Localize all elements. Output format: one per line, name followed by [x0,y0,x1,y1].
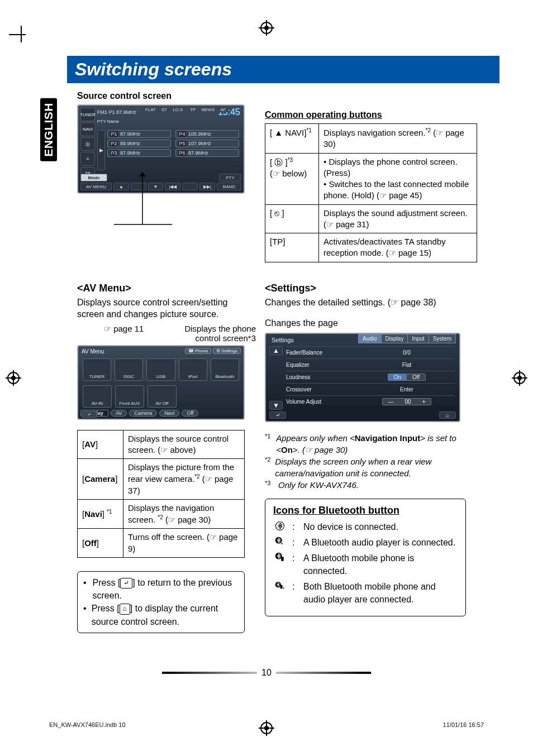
av-key: [Navi] *1 [78,499,123,529]
settings-title: Settings [272,337,294,343]
band-button[interactable]: BAND [217,183,241,190]
preset-button[interactable]: P687.9MHz [175,149,239,157]
footnotes: *1Appears only when <Navigation Input> i… [265,432,477,491]
svg-point-5 [517,376,522,380]
chip: NEWS [199,107,217,112]
source-button[interactable]: AV Off [147,385,177,408]
av-val: Displays the navigation screen. *2 (☞ pa… [123,499,245,529]
chip: FLAT [143,107,158,112]
sb-bt[interactable]: ⓑ [80,137,95,151]
tip: Press [⤶] to return to the previous scre… [93,576,239,602]
avmenu-title: AV Menu [82,348,104,355]
settings-tab[interactable]: Audio [358,334,382,343]
footnote: *3Only for KW-AVX746. [265,479,477,491]
source-button[interactable]: TUNER [83,358,111,381]
source-button[interactable]: DISC [115,358,143,381]
settings-tab[interactable]: Input [408,334,429,343]
page-up-button[interactable]: ▲ [269,346,283,355]
footnote: *1Appears only when <Navigation Input> i… [265,432,477,456]
settings-row[interactable]: EqualizerFlat [286,358,455,371]
sb-tuner[interactable]: TUNER [80,108,95,121]
bt-icon-row: :Both Bluetooth mobile phone and audio p… [273,581,458,606]
svg-point-1 [264,26,269,30]
op-key: [TP] [265,233,319,262]
pty-name: PTY Name [97,119,119,124]
source-button[interactable]: USB [146,358,175,381]
display-option[interactable]: Camera [129,410,157,417]
avmenu-note-right: Displays the phone control screen*3 [172,324,256,343]
back-button[interactable]: ⤶ [269,412,286,419]
preset-button[interactable]: P289.9MHz [107,140,171,147]
bt-icon-row: :A Bluetooth audio player is connected. [273,537,458,549]
bluetooth-icon [273,537,287,549]
back-button[interactable]: ⤶ [82,411,97,418]
settings-row[interactable]: Fader/Balance0/0 [286,346,455,358]
bt-icon-row: :No device is connected. [273,521,458,533]
settings-screenshot: Settings AudioDisplayInputSystem ▲ ▼ Fad… [265,333,460,422]
av-val: Displays the source control screen. (☞ a… [123,430,245,459]
source-button[interactable]: Bluetooth [211,358,239,381]
chip: ST [159,107,169,112]
bluetooth-icon [273,521,287,533]
display-option[interactable]: Navi [159,410,179,417]
settings-button[interactable]: ⚙Settings [213,348,241,354]
av-val: Turns off the screen. (☞ page 9) [123,529,245,558]
avmenu-screenshot: AV Menu ☎Phone ⚙Settings TUNERDISCUSBiPo… [77,345,245,420]
svg-point-3 [11,376,16,380]
preset-button[interactable]: P5107.9MHz [175,140,239,147]
avmenu-table: [AV] Displays the source control screen.… [77,430,245,558]
tips-box: •Press [⤶] to return to the previous scr… [77,571,245,633]
bt-icon-row: :A Bluetooth mobile phone is connected. [273,552,458,577]
settings-heading: <Settings> [265,283,477,294]
preset-button[interactable]: P187.9MHz [107,130,171,138]
op-val: • Displays the phone control screen. (Pr… [319,153,477,204]
preset-button[interactable]: P397.9MHz [107,149,171,157]
op-val: Displays the sound adjustment screen. (☞… [319,204,477,233]
back-icon: ⤶ [120,578,132,588]
display-option[interactable]: AV [111,410,127,417]
source-button[interactable]: iPod [179,358,207,381]
av-key: [AV] [78,430,123,459]
bluetooth-icon [273,581,287,606]
preset-button[interactable]: P4105.9MHz [175,130,239,138]
bt-heading: Icons for Bluetooth button [273,505,458,516]
page-down-button[interactable]: ▼ [269,401,283,410]
avmenu-heading: <AV Menu> [77,283,256,294]
settings-row[interactable]: CrossoverEnter [286,383,455,395]
avmenu-note-left: ☞ page 11 [77,324,144,343]
op-key: [ ▲ NAVI]*1 [265,124,319,154]
svg-rect-11 [281,557,284,562]
pty-button[interactable]: PTY [219,174,241,181]
source-button[interactable]: AV-IN [83,385,112,408]
op-key: [ ⓑ ]*3(☞ below) [265,153,319,204]
page-title: Switching screens [67,56,499,83]
display-option[interactable]: Off [182,410,198,417]
settings-body: Changes the detailed settings. (☞ page 3… [265,296,477,309]
changes-page-label: Changes the page [265,317,477,329]
bluetooth-icon [273,552,287,577]
av-key: [Off] [78,529,123,558]
op-val: Displays navigation screen.*2 (☞ page 30… [319,124,477,154]
av-key: [Camera] [78,459,123,500]
callout-arrow [78,172,212,239]
sb-navi[interactable]: NAVI [80,122,95,136]
source-button[interactable]: Front AUX [115,385,144,408]
settings-row[interactable]: Volume Adjust—00+ [286,395,455,408]
tip: Press [⌂] to display the current source … [92,602,239,628]
chip: LO.S [170,107,185,112]
bluetooth-icons-box: Icons for Bluetooth button :No device is… [265,499,466,616]
sb-eq[interactable]: ≡ [80,152,95,165]
op-val: Activates/deactivates TA standby recepti… [319,233,477,262]
op-key: [ ⎋ ] [265,204,319,233]
home-button[interactable]: ⌂ [439,412,456,419]
settings-tab[interactable]: Display [382,334,408,343]
chip: AF [218,107,228,112]
footer-file: EN_KW-AVX746EU.indb 10 [49,721,126,728]
settings-row[interactable]: LoudnessOnOff [286,371,455,383]
settings-tab[interactable]: System [429,334,456,343]
fm-line: FM1 P1 87.9MHz [97,109,136,115]
chip: TP [188,107,198,112]
phone-button[interactable]: ☎Phone [185,348,211,354]
page-number: 10 [162,668,371,678]
registration-mark [512,370,527,386]
